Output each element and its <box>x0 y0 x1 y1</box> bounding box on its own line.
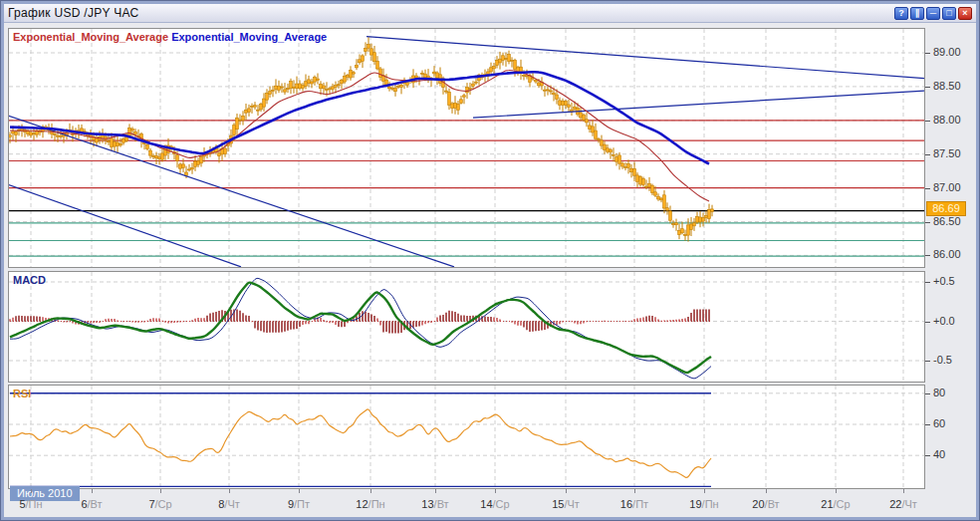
date-label-day: 16 <box>620 498 632 510</box>
date-label-weekday: /Вт <box>88 498 103 510</box>
date-tick-mark <box>634 489 635 493</box>
rsi-canvas[interactable] <box>9 386 924 488</box>
axis-tick-label: 60 <box>933 417 945 429</box>
macd-signal-line <box>10 278 711 379</box>
indicator-legend: Exponential_Moving_Average Exponential_M… <box>13 31 327 43</box>
axis-tick-label: +0.0 <box>933 315 955 327</box>
date-tick-mark <box>903 489 904 493</box>
legend-ema-fast: Exponential_Moving_Average <box>13 31 168 43</box>
date-label-weekday: /Вт <box>765 498 780 510</box>
date-label-day: 22 <box>889 498 901 510</box>
rsi-label: RSI <box>13 388 31 399</box>
value-axis: 86.69 89.0088.5088.0087.5087.0086.5086.0… <box>925 0 980 521</box>
date-tick-mark <box>704 489 705 493</box>
axis-tick-label: 89.00 <box>933 46 961 58</box>
date-label: 6/Вт <box>81 498 102 510</box>
axis-tick-mark <box>925 282 930 283</box>
axis-tick-mark <box>925 53 930 54</box>
gridlines <box>9 386 924 488</box>
axis-tick-label: 87.00 <box>933 181 961 193</box>
rsi-line <box>10 409 711 477</box>
date-label-weekday: /Чт <box>901 498 916 510</box>
date-label: 22/Чт <box>889 498 917 510</box>
minimize-button[interactable]: ─ <box>926 7 940 20</box>
date-label-day: 14 <box>480 498 492 510</box>
maximize-button[interactable]: □ <box>942 7 956 20</box>
axis-tick-mark <box>925 154 930 155</box>
axis-tick-label: +0.5 <box>933 275 955 287</box>
window-controls: ? ∥ ─ □ × <box>894 7 972 20</box>
date-label-weekday: /Ср <box>155 498 172 510</box>
axis-tick-mark <box>925 393 930 394</box>
axis-tick-mark <box>925 188 930 189</box>
macd-panel[interactable]: MACD <box>8 271 925 383</box>
date-tick-mark <box>566 489 567 493</box>
date-label: 21/Ср <box>821 498 850 510</box>
date-tick-mark <box>766 489 767 493</box>
date-label: 15/Чт <box>552 498 580 510</box>
date-label: 14/Ср <box>480 498 509 510</box>
axis-tick-mark <box>925 255 930 256</box>
window-title: График USD /JPY ЧАС <box>8 6 139 20</box>
price-chart-panel[interactable]: Exponential_Moving_Average Exponential_M… <box>8 28 925 268</box>
axis-tick-mark <box>925 455 930 456</box>
axis-tick-mark <box>925 361 930 362</box>
date-label: 20/Вт <box>752 498 779 510</box>
date-tick-mark <box>31 489 32 493</box>
date-label-day: 21 <box>821 498 833 510</box>
axis-tick-mark <box>925 87 930 88</box>
date-label: 13/Вт <box>421 498 448 510</box>
date-tick-mark <box>836 489 837 493</box>
titlebar[interactable]: График USD /JPY ЧАС ? ∥ ─ □ × <box>4 4 976 23</box>
date-label-weekday: /Вт <box>434 498 449 510</box>
date-label-weekday: /Ср <box>493 498 510 510</box>
date-label: 19/Пн <box>689 498 718 510</box>
date-tick-mark <box>299 489 300 493</box>
close-button[interactable]: × <box>958 7 972 20</box>
axis-tick-label: 87.50 <box>933 147 961 159</box>
legend-ema-slow: Exponential_Moving_Average <box>171 31 327 43</box>
pause-button[interactable]: ∥ <box>910 7 924 20</box>
macd-canvas[interactable] <box>9 272 924 382</box>
chart-window: График USD /JPY ЧАС ? ∥ ─ □ × Exponentia… <box>0 0 980 521</box>
trendlines <box>9 37 924 267</box>
date-label: 12/Пн <box>356 498 384 510</box>
axis-tick-label: 86.50 <box>933 215 961 227</box>
date-label: 7/Ср <box>148 498 171 510</box>
axis-tick-label: 80 <box>933 387 945 398</box>
date-label-day: 12 <box>356 498 368 510</box>
date-label: 8/Чт <box>218 498 240 510</box>
help-button[interactable]: ? <box>894 7 908 20</box>
axis-tick-label: 88.00 <box>933 114 961 126</box>
axis-tick-mark <box>925 121 930 122</box>
date-tick-mark <box>435 489 436 493</box>
date-label-weekday: /Пт <box>632 498 648 510</box>
date-tick-mark <box>92 489 93 493</box>
date-label-weekday: /Пн <box>702 498 719 510</box>
date-tick-mark <box>370 489 371 493</box>
date-tick-mark <box>495 489 496 493</box>
date-tick-mark <box>160 489 161 493</box>
rsi-panel[interactable]: RSI <box>8 385 925 489</box>
date-label-weekday: /Пн <box>368 498 385 510</box>
macd-label: MACD <box>13 274 46 286</box>
date-label-day: 15 <box>552 498 564 510</box>
axis-tick-mark <box>925 222 930 223</box>
axis-tick-label: 86.00 <box>933 248 961 260</box>
date-label-weekday: /Ср <box>834 498 851 510</box>
date-axis: Июль 2010 5/Пн6/Вт7/Ср8/Чт9/Пт12/Пн13/Вт… <box>8 489 925 520</box>
date-label: 5/Пн <box>19 498 42 510</box>
date-label: 16/Пт <box>620 498 648 510</box>
date-label-day: 13 <box>421 498 433 510</box>
price-chart-canvas[interactable] <box>9 29 924 267</box>
axis-tick-label: -0.5 <box>933 354 952 366</box>
axis-tick-label: 40 <box>933 448 945 460</box>
macd-histogram <box>10 310 709 334</box>
rsi-levels <box>10 393 711 487</box>
date-label-weekday: /Чт <box>564 498 579 510</box>
axis-tick-mark <box>925 424 930 425</box>
date-label: 9/Пт <box>288 498 310 510</box>
date-tick-mark <box>229 489 230 493</box>
date-label-weekday: /Пн <box>26 498 43 510</box>
date-label-day: 19 <box>689 498 701 510</box>
